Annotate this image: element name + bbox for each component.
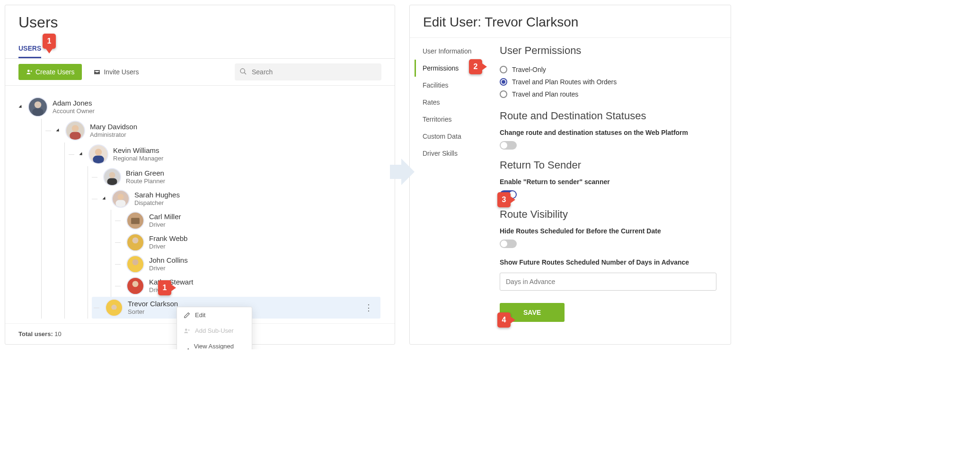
user-name: Trevor Clarkson [128, 299, 178, 309]
nav-rates[interactable]: Rates [415, 94, 495, 111]
svg-rect-17 [130, 265, 140, 272]
tree-user-row[interactable]: Mary Davidson Administrator [45, 119, 380, 142]
svg-rect-3 [32, 108, 44, 116]
search-wrap [235, 63, 381, 80]
user-plus-icon [184, 328, 190, 334]
user-name: Brian Green [126, 169, 165, 178]
radio-icon [500, 90, 507, 98]
svg-point-25 [188, 349, 189, 349]
label-hide-routes: Hide Routes Scheduled for Before the Cur… [500, 227, 716, 235]
svg-rect-19 [130, 287, 140, 294]
radio-icon [500, 78, 507, 86]
svg-rect-22 [110, 310, 118, 315]
avatar [28, 97, 48, 117]
svg-rect-9 [107, 178, 117, 185]
tree-user-row[interactable]: Kevin Williams Regional Manager [69, 142, 380, 166]
avatar [103, 168, 121, 186]
user-role: Dispatcher [134, 199, 180, 207]
expand-icon[interactable] [56, 128, 60, 133]
tree-user-row[interactable]: Sarah Hughes Dispatcher [92, 188, 380, 210]
user-name: Mary Davidson [90, 122, 137, 132]
user-role: Regional Manager [113, 155, 163, 163]
tab-users[interactable]: USERS [18, 42, 41, 58]
label-future-days: Show Future Routes Scheduled Number of D… [500, 258, 716, 266]
user-plus-icon [26, 69, 33, 75]
permissions-content: User Permissions Travel-Only Travel and … [495, 43, 726, 322]
svg-rect-11 [115, 200, 125, 207]
row-menu-trigger-icon[interactable]: ⋮ [362, 302, 376, 313]
toggle-change-statuses[interactable] [500, 141, 517, 150]
svg-point-18 [132, 281, 139, 287]
svg-point-6 [95, 149, 102, 155]
tabs-bar: USERS [5, 42, 395, 59]
avatar [126, 233, 144, 251]
tree-user-row[interactable]: Carl Miller Driver [115, 210, 380, 231]
user-name: Adam Jones [53, 98, 95, 108]
radio-icon [500, 66, 507, 73]
edit-user-title: Edit User: Trevor Clarkson [410, 5, 731, 38]
edit-side-nav: User Information Permissions Facilities … [415, 43, 495, 322]
create-users-button[interactable]: Create Users [18, 64, 82, 80]
invite-users-button[interactable]: Invite Users [93, 68, 139, 76]
svg-point-14 [132, 237, 139, 243]
svg-rect-15 [130, 243, 140, 250]
label-change-statuses: Change route and destination statuses on… [500, 129, 716, 136]
avatar [105, 299, 123, 317]
ctx-add-sub-user: Add Sub-User [177, 323, 252, 338]
expand-icon[interactable] [79, 152, 83, 156]
nav-custom-data[interactable]: Custom Data [415, 128, 495, 145]
ctx-view-routes[interactable]: View Assigned Routes [177, 338, 252, 349]
section-route-visibility: Route Visibility [500, 208, 716, 221]
step-callout-3: 3 [497, 192, 515, 207]
avatar [126, 255, 144, 273]
avatar [126, 212, 144, 230]
nav-territories[interactable]: Territories [415, 111, 495, 128]
svg-point-0 [27, 70, 30, 72]
user-role: Administrator [90, 131, 137, 139]
user-name: Carl Miller [149, 212, 181, 222]
svg-point-23 [185, 329, 187, 331]
tree-user-row[interactable]: Frank Webb Driver [115, 231, 380, 253]
step-callout-4: 4 [497, 312, 515, 328]
tree-user-row[interactable]: Kathy Stewart Driver [115, 275, 380, 297]
pencil-icon [184, 312, 190, 319]
user-name: Frank Webb [149, 234, 187, 243]
radio-travel-plan-orders[interactable]: Travel and Plan Routes with Orders [500, 76, 716, 88]
svg-rect-20 [110, 302, 118, 305]
ctx-edit[interactable]: Edit [177, 307, 252, 323]
svg-point-4 [72, 125, 79, 132]
expand-icon[interactable] [102, 196, 106, 201]
svg-rect-13 [131, 218, 140, 224]
page-title: Users [18, 14, 381, 31]
radio-travel-plan[interactable]: Travel and Plan routes [500, 88, 716, 100]
user-role: Sorter [128, 308, 178, 316]
search-input[interactable] [235, 63, 381, 80]
search-icon [239, 68, 247, 75]
user-name: Kevin Williams [113, 146, 163, 155]
nav-facilities[interactable]: Facilities [415, 77, 495, 94]
user-name: John Collins [149, 256, 188, 265]
nav-driver-skills[interactable]: Driver Skills [415, 145, 495, 162]
section-return-to-sender: Return To Sender [500, 159, 716, 171]
section-user-permissions: User Permissions [500, 44, 716, 57]
avatar [88, 144, 108, 164]
radio-travel-only[interactable]: Travel-Only [500, 63, 716, 76]
avatar [126, 277, 144, 295]
svg-point-8 [109, 172, 115, 178]
user-role: Driver [149, 265, 188, 273]
user-tree: Adam Jones Account Owner Mary Davidson A… [5, 86, 395, 323]
step-callout-2: 2 [469, 59, 487, 74]
user-name: Sarah Hughes [134, 190, 180, 200]
svg-point-2 [35, 101, 41, 108]
svg-point-1 [240, 69, 245, 73]
toggle-hide-routes[interactable] [500, 240, 517, 248]
tree-user-row[interactable]: Adam Jones Account Owner [19, 95, 380, 119]
tree-user-row[interactable]: John Collins Driver [115, 253, 380, 275]
svg-point-10 [118, 194, 124, 200]
users-panel: Users USERS Create Users Invite Users [5, 5, 395, 345]
expand-icon[interactable] [18, 105, 23, 109]
tree-user-row[interactable]: Brian Green Route Planner [92, 166, 380, 188]
days-in-advance-input[interactable] [500, 273, 716, 291]
svg-point-21 [111, 305, 116, 310]
nav-user-information[interactable]: User Information [415, 43, 495, 60]
